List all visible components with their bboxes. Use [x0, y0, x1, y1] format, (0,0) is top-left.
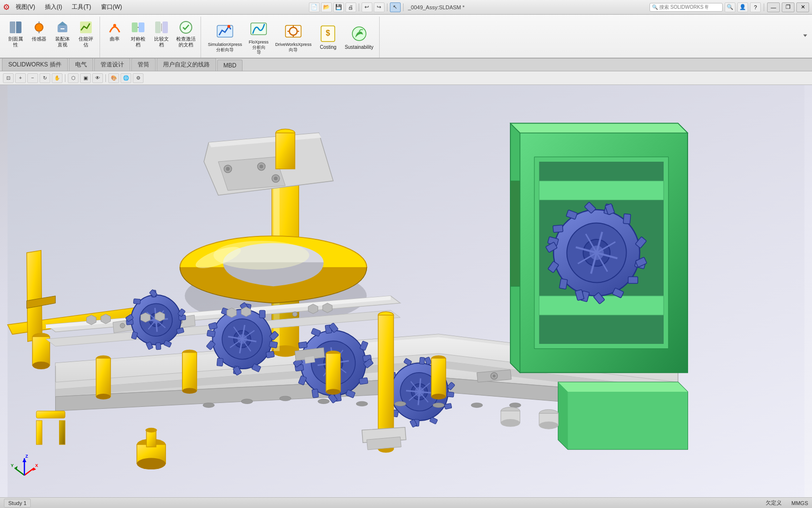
svg-marker-223: [568, 392, 688, 449]
save-icon[interactable]: 💾: [333, 2, 344, 12]
menu-w[interactable]: 窗口(W): [97, 2, 126, 12]
assembly-view-label: 装配体直视: [55, 36, 70, 48]
svg-point-229: [280, 396, 291, 401]
search-icon: 🔍: [652, 4, 658, 10]
svg-rect-105: [217, 358, 223, 366]
svg-rect-218: [146, 430, 156, 447]
svg-rect-205: [183, 353, 197, 391]
sustainability-button[interactable]: Sustainability: [343, 22, 375, 52]
tab-solidworks-plugins[interactable]: SOLIDWORKS 插件: [2, 58, 68, 71]
floxpress-button[interactable]: FloXpress分析向导: [246, 18, 271, 57]
print-icon[interactable]: 🖨: [345, 2, 356, 12]
separator: [359, 3, 359, 11]
zoom-in-button[interactable]: +: [15, 73, 26, 83]
menu-v[interactable]: 视图(V): [12, 2, 39, 12]
tab-pipe-design[interactable]: 管道设计: [94, 58, 130, 71]
svg-point-209: [326, 389, 340, 395]
tab-electrical[interactable]: 电气: [69, 58, 93, 71]
check-activate-button[interactable]: 检查激活的文档: [174, 19, 198, 49]
appearance-button[interactable]: 🎨: [108, 73, 119, 83]
tab-tube[interactable]: 管筒: [131, 58, 156, 71]
svg-marker-200: [323, 303, 332, 313]
restore-button[interactable]: ❐: [782, 2, 794, 12]
study-tab[interactable]: Study 1: [4, 499, 31, 508]
ribbon-group-xpress: SimulationXpress分析向导 FloXpress分析向导: [202, 17, 380, 58]
svg-point-3: [35, 23, 43, 31]
svg-marker-165: [539, 181, 664, 200]
compare-label: 对称检档: [131, 36, 145, 48]
rotate-button[interactable]: ↻: [40, 73, 50, 83]
status-right: 欠定义 MMGS: [766, 499, 808, 507]
curvature-button[interactable]: 曲率: [104, 19, 125, 43]
ribbon: 剖面属性 传感器 装配体直视 住能评估: [0, 15, 812, 59]
vp-sep2: [105, 74, 106, 82]
svg-rect-142: [420, 357, 425, 364]
win-sep: [764, 3, 764, 11]
view-orient-button[interactable]: ⬡: [68, 73, 79, 83]
svg-point-62: [33, 361, 50, 369]
help-search-icon[interactable]: 🔍: [725, 2, 735, 12]
zoom-out-button[interactable]: −: [27, 73, 38, 83]
ribbon-group-view: 剖面属性 传感器 装配体直视 住能评估: [2, 17, 100, 58]
display-style-button[interactable]: ▣: [80, 73, 91, 83]
svg-point-230: [318, 399, 329, 404]
sensor-button[interactable]: 传感器: [28, 19, 50, 43]
simxpress-icon: [215, 21, 235, 41]
svg-point-231: [356, 402, 368, 406]
svg-rect-14: [155, 21, 161, 33]
svg-rect-99: [269, 341, 278, 348]
section-view-button[interactable]: 剖面属性: [5, 19, 26, 49]
svg-marker-7: [58, 21, 67, 25]
svg-marker-214: [304, 356, 315, 363]
view-settings-button[interactable]: ⚙: [133, 73, 143, 83]
help-icon[interactable]: ?: [750, 2, 761, 12]
menu-t[interactable]: 工具(T): [68, 2, 95, 12]
svg-point-228: [241, 399, 253, 404]
undo-icon[interactable]: ↩: [362, 2, 372, 12]
svg-point-45: [226, 167, 230, 171]
tab-mbd[interactable]: MBD: [217, 60, 243, 71]
select-icon[interactable]: ↖: [390, 2, 401, 12]
redo-icon[interactable]: ↪: [374, 2, 385, 12]
svg-rect-131: [299, 341, 307, 348]
svg-text:Y: Y: [11, 463, 14, 468]
svg-rect-61: [33, 337, 50, 365]
search-bar[interactable]: 🔍: [650, 3, 723, 12]
zoom-to-fit-button[interactable]: ⊡: [3, 73, 14, 83]
ribbon-expand[interactable]: [802, 33, 808, 40]
svg-point-233: [433, 403, 445, 408]
new-icon[interactable]: 📄: [309, 2, 320, 12]
driveworks-button[interactable]: DriveWorksXpress向导: [273, 20, 313, 54]
assembly-view-button[interactable]: 装配体直视: [52, 19, 73, 49]
compare-button[interactable]: 对称检档: [127, 19, 149, 49]
svg-point-235: [509, 403, 521, 408]
svg-rect-128: [312, 389, 319, 398]
svg-rect-188: [623, 214, 630, 224]
search-input[interactable]: [659, 4, 708, 10]
svg-rect-102: [266, 351, 275, 358]
sw-logo-icon: ⚙: [3, 2, 10, 12]
axis-indicator: X Y Z: [10, 453, 39, 483]
hide-show-button[interactable]: 👁: [92, 73, 103, 83]
menu-i[interactable]: 插入(I): [41, 2, 66, 12]
tab-custom-route[interactable]: 用户自定义的线路: [157, 58, 216, 71]
user-icon[interactable]: 👤: [737, 2, 748, 12]
minimize-button[interactable]: —: [767, 2, 780, 12]
scene-button[interactable]: 🌐: [121, 73, 131, 83]
units-display: MMGS: [792, 500, 808, 506]
compare-doc-button[interactable]: 比较文档: [151, 19, 172, 49]
svg-rect-144: [447, 392, 454, 397]
performance-button[interactable]: 住能评估: [75, 19, 97, 49]
simxpress-button[interactable]: SimulationXpress分析向导: [206, 20, 244, 54]
pan-button[interactable]: ✋: [52, 73, 62, 83]
svg-rect-110: [260, 310, 265, 318]
costing-button[interactable]: $ Costing: [315, 22, 341, 52]
svg-rect-147: [445, 403, 452, 409]
viewport-toolbar: ⊡ + − ↻ ✋ ⬡ ▣ 👁 🎨 🌐 ⚙: [0, 71, 812, 85]
driveworks-label: DriveWorksXpress向导: [275, 42, 311, 53]
close-button[interactable]: ✕: [796, 2, 809, 12]
separator3: [403, 3, 404, 11]
open-icon[interactable]: 📂: [321, 2, 332, 12]
svg-rect-248: [36, 421, 42, 444]
curvature-icon: [107, 20, 122, 35]
